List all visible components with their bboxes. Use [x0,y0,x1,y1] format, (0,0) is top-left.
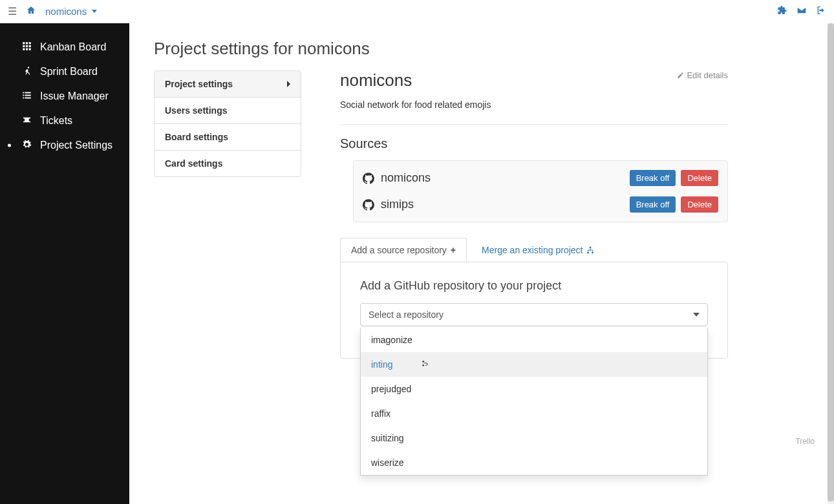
select-placeholder: Select a repository [369,310,444,320]
menu-item-users-settings[interactable]: Users settings [155,98,301,124]
source-left: nomicons [363,171,431,185]
svg-rect-0 [23,42,25,44]
project-header: nomicons Edit details [340,70,728,90]
main: Project settings for nomicons Project se… [129,23,834,504]
menu-item-label: Users settings [165,105,227,116]
plus-icon: + [451,245,456,255]
topbar: ☰ nomicons [0,0,834,23]
svg-rect-6 [23,48,25,50]
sources-box: nomicons Break off Delete simips [353,160,728,222]
option-label: imagonize [371,335,412,345]
menu-item-label: Project settings [165,79,233,89]
topbar-left: ☰ nomicons [8,5,97,18]
dropdown-option[interactable]: prejudged [361,377,707,401]
sitemap-icon [586,246,594,254]
content-row: Project settings Users settings Board se… [154,70,809,359]
break-off-button[interactable]: Break off [630,196,676,213]
sidebar-item-issues[interactable]: Issue Manager [0,84,129,109]
logout-icon[interactable] [816,5,826,18]
dropdown-option[interactable]: imagonize [361,328,707,352]
sidebar-label: Tickets [40,115,72,127]
svg-rect-2 [28,42,30,44]
menu-item-board-settings[interactable]: Board settings [155,124,301,151]
source-name: nomicons [381,171,431,185]
svg-point-18 [592,252,593,254]
source-row: simips Break off Delete [354,191,727,218]
svg-rect-1 [25,42,27,44]
tab-label: Merge an existing project [482,245,583,255]
svg-point-16 [590,247,592,249]
sidebar-label: Kanban Board [40,41,106,53]
tabbar: Add a source repository + Merge an exist… [340,238,728,262]
sidebar-item-project-settings[interactable]: Project Settings [0,133,129,158]
sidebar-item-tickets[interactable]: Tickets [0,109,129,133]
delete-button[interactable]: Delete [681,196,718,213]
sidebar-item-kanban[interactable]: Kanban Board [0,35,129,59]
source-left: simips [363,198,414,211]
svg-rect-3 [23,45,25,47]
source-name: simips [381,198,414,211]
option-label: raffix [371,408,390,419]
dropdown-option[interactable]: wiserize [361,450,707,475]
repo-dropdown: imagonize inting prejudged raffix suitiz… [360,328,708,476]
panel-heading: Add a GitHub repository to your project [360,279,708,293]
dropdown-option[interactable]: inting [361,352,707,377]
svg-rect-8 [28,48,30,50]
dropdown-option[interactable]: suitizing [361,426,707,450]
chevron-right-icon [287,81,290,87]
edit-details-link[interactable]: Edit details [677,70,728,80]
menu-item-card-settings[interactable]: Card settings [155,151,301,176]
sidebar-label: Sprint Board [40,66,98,78]
delete-button[interactable]: Delete [681,170,718,186]
menu-item-label: Card settings [165,158,222,169]
sidebar-label: Project Settings [40,140,112,151]
pencil-icon [677,72,684,79]
cursor-icon [420,358,429,370]
layout: Kanban Board Sprint Board Issue Manager … [0,23,834,504]
tab-merge-project[interactable]: Merge an existing project [471,238,605,262]
svg-rect-7 [25,48,27,50]
github-icon [363,173,374,184]
tab-add-source[interactable]: Add a source repository + [340,238,467,262]
sidebar-item-sprint[interactable]: Sprint Board [0,59,129,84]
details-column: nomicons Edit details Social network for… [340,70,728,359]
svg-rect-13 [25,95,30,96]
topbar-right [777,5,826,18]
menu-item-project-settings[interactable]: Project settings [155,71,301,98]
svg-rect-4 [25,45,27,47]
svg-point-9 [27,67,29,68]
tab-label: Add a source repository [351,245,447,255]
option-label: prejudged [371,384,411,394]
add-source-panel: Add a GitHub repository to your project … [340,262,728,359]
hamburger-icon[interactable]: ☰ [8,5,17,17]
scrollbar-track[interactable] [828,23,834,504]
svg-point-17 [587,252,589,254]
chevron-down-icon [693,313,700,317]
breadcrumb-label: nomicons [45,6,87,17]
source-actions: Break off Delete [630,170,718,186]
runner-icon [21,66,32,78]
svg-rect-12 [23,95,24,96]
scrollbar-thumb[interactable] [828,23,834,501]
project-breadcrumb[interactable]: nomicons [45,6,97,17]
page-title: Project settings for nomicons [154,39,809,59]
grid-icon [21,41,32,53]
dropdown-option[interactable]: raffix [361,401,707,426]
ticket-icon [21,115,32,127]
mail-icon[interactable] [797,5,807,18]
list-icon [21,90,32,102]
project-name: nomicons [340,70,412,90]
break-off-button[interactable]: Break off [630,170,676,186]
repo-select[interactable]: Select a repository [360,303,708,326]
svg-rect-15 [25,98,30,99]
sidebar: Kanban Board Sprint Board Issue Manager … [0,23,129,504]
menu-item-label: Board settings [165,132,228,142]
github-icon [363,199,374,211]
puzzle-icon[interactable] [777,5,787,18]
sidebar-label: Issue Manager [40,90,109,102]
svg-rect-14 [23,98,24,99]
home-icon[interactable] [26,5,36,18]
option-label: wiserize [371,457,404,468]
settings-menu: Project settings Users settings Board se… [154,70,301,177]
project-description: Social network for food related emojis [340,100,728,110]
